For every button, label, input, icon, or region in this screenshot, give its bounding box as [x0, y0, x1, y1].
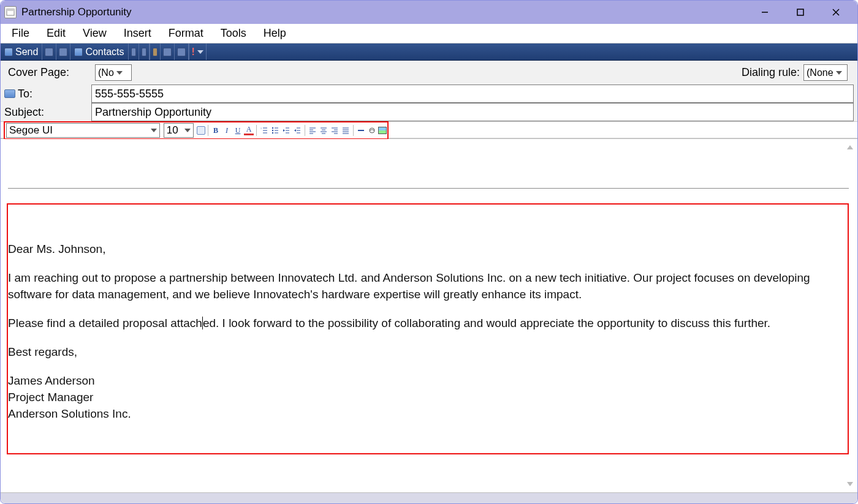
generic-icon — [177, 48, 186, 56]
chevron-down-icon — [836, 71, 842, 75]
horizontal-line-button[interactable] — [356, 126, 366, 135]
chevron-down-icon — [184, 129, 191, 132]
subject-label: Subject: — [1, 106, 91, 119]
paragraph-style-button[interactable] — [197, 126, 205, 135]
maximize-button[interactable] — [783, 1, 818, 24]
cover-page-label: Cover Page: — [4, 66, 95, 79]
priority-button[interactable]: ! — [189, 43, 207, 60]
send-button[interactable]: Send — [1, 43, 42, 60]
svg-rect-1 — [7, 9, 14, 11]
insert-image-button[interactable] — [378, 127, 387, 134]
align-left-button[interactable] — [308, 126, 317, 135]
numbered-list-button[interactable]: 1 — [259, 126, 269, 135]
toolbar-icon-4[interactable] — [175, 43, 189, 60]
priority-icon: ! — [192, 47, 195, 58]
message-body[interactable]: Dear Ms. Johnson, I am reaching out to p… — [1, 188, 857, 492]
save-button[interactable] — [42, 43, 56, 60]
insert-link-button[interactable] — [367, 126, 377, 135]
cover-page-select[interactable]: (No — [95, 64, 132, 81]
svg-rect-3 — [797, 9, 803, 15]
toolbar-icon-1[interactable] — [129, 43, 139, 60]
align-center-button[interactable] — [319, 126, 328, 135]
align-right-button[interactable] — [330, 126, 340, 135]
signature-name: James Anderson — [8, 373, 845, 389]
address-book-icon-button[interactable] — [56, 43, 70, 60]
paragraph-2b: ed. I look forward to the possibility of… — [203, 317, 770, 329]
greeting: Dear Ms. Johnson, — [8, 241, 845, 258]
toolbar: Send Contacts ! — [1, 43, 857, 61]
body-separator — [8, 188, 849, 189]
chevron-down-icon — [151, 129, 157, 132]
window-title: Partnership Opportunity — [21, 6, 747, 18]
app-icon — [4, 6, 17, 18]
menu-edit[interactable]: Edit — [38, 24, 74, 42]
menu-help[interactable]: Help — [255, 24, 295, 42]
svg-point-12 — [272, 132, 273, 134]
to-input[interactable] — [91, 85, 854, 103]
bold-button[interactable]: B — [211, 126, 221, 135]
contacts-label: Contacts — [85, 47, 124, 58]
paragraph-1: I am reaching out to propose a partnersh… — [8, 270, 845, 303]
regards: Best regards, — [8, 344, 845, 361]
toolbar-icon-3[interactable] — [161, 43, 175, 60]
dialing-rule-value: (None — [807, 67, 833, 78]
send-icon — [4, 48, 13, 56]
italic-button[interactable]: I — [222, 126, 232, 135]
signature-company: Anderson Solutions Inc. — [8, 406, 845, 423]
signature-title: Project Manager — [8, 389, 845, 406]
generic-icon — [163, 48, 172, 56]
header-fields: Cover Page: (No Dialing rule: (None To: … — [1, 61, 857, 139]
generic-icon — [131, 48, 136, 56]
chevron-down-icon — [116, 71, 123, 75]
chevron-down-icon — [197, 50, 203, 54]
svg-point-10 — [272, 127, 273, 129]
font-family-value: Segoe UI — [9, 124, 53, 137]
format-toolbar-row: Segoe UI 10 B I U A 1 — [1, 121, 857, 138]
toolbar-icon-2[interactable] — [139, 43, 150, 60]
send-label: Send — [15, 47, 38, 58]
address-book-icon — [59, 48, 67, 56]
dialing-rule-select[interactable]: (None — [803, 64, 848, 81]
to-label: To: — [18, 88, 32, 100]
justify-button[interactable] — [341, 126, 351, 135]
font-size-select[interactable]: 10 — [164, 123, 194, 138]
minimize-button[interactable] — [747, 1, 783, 24]
menu-file[interactable]: File — [3, 24, 38, 42]
indent-button[interactable] — [292, 126, 302, 135]
menubar: File Edit View Insert Format Tools Help — [1, 24, 857, 43]
svg-marker-16 — [283, 129, 285, 132]
svg-marker-42 — [847, 145, 853, 149]
menu-tools[interactable]: Tools — [212, 24, 255, 42]
subject-input[interactable] — [91, 103, 854, 121]
font-color-button[interactable]: A — [244, 126, 254, 135]
outdent-button[interactable] — [281, 126, 291, 135]
bulleted-list-button[interactable] — [270, 126, 280, 135]
format-toolbar: Segoe UI 10 B I U A 1 — [4, 121, 389, 140]
svg-text:1: 1 — [260, 127, 262, 130]
generic-icon — [142, 48, 146, 56]
svg-point-41 — [370, 128, 374, 133]
close-button[interactable] — [818, 1, 854, 24]
menu-insert[interactable]: Insert — [115, 24, 160, 42]
underline-button[interactable]: U — [233, 126, 243, 135]
font-family-select[interactable]: Segoe UI — [6, 123, 160, 138]
svg-point-11 — [272, 130, 273, 131]
save-icon — [45, 48, 53, 56]
svg-marker-43 — [847, 482, 853, 486]
menu-view[interactable]: View — [74, 24, 115, 42]
attach-button[interactable] — [150, 43, 161, 60]
contact-card-icon — [4, 89, 15, 98]
scroll-up-button[interactable] — [845, 143, 855, 152]
contacts-icon — [74, 48, 83, 56]
editor-wrap: Dear Ms. Johnson, I am reaching out to p… — [1, 139, 857, 492]
dialing-rule-label: Dialing rule: — [742, 66, 800, 79]
svg-marker-20 — [294, 129, 296, 132]
paragraph-2a: Please find a detailed proposal attach — [8, 317, 202, 329]
contacts-button[interactable]: Contacts — [70, 43, 128, 60]
scroll-down-button[interactable] — [845, 479, 855, 489]
cover-page-value: (No — [98, 67, 114, 78]
menu-format[interactable]: Format — [160, 24, 212, 42]
statusbar — [1, 492, 857, 503]
to-button[interactable]: To: — [4, 88, 32, 100]
font-size-value: 10 — [167, 124, 178, 137]
